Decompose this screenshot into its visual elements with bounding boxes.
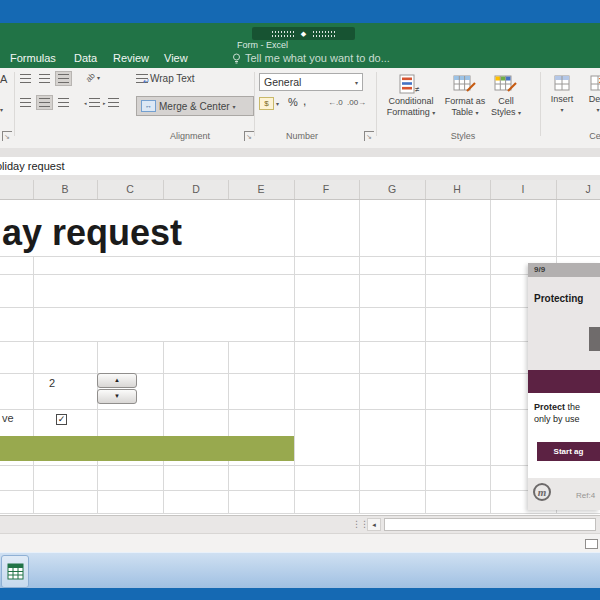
chevron-down-icon: ▾ xyxy=(233,103,236,110)
comma-style-button[interactable]: , xyxy=(303,94,306,108)
format-as-table-label2: Table xyxy=(451,107,473,117)
down-arrow-icon: ▼ xyxy=(114,393,120,399)
align-middle-icon xyxy=(39,74,50,83)
align-left-icon xyxy=(20,98,31,107)
spin-down-button[interactable]: ▼ xyxy=(97,389,137,404)
column-header-I[interactable]: I xyxy=(508,183,538,195)
group-separator xyxy=(376,72,377,136)
gridline xyxy=(0,307,600,308)
column-header-G[interactable]: G xyxy=(377,183,407,195)
delete-cells-button[interactable]: x Dele ▾ xyxy=(582,70,600,136)
number-dialog-launcher[interactable]: ↘ xyxy=(364,131,374,141)
spin-up-button[interactable]: ▲ xyxy=(97,373,137,388)
accounting-format-button[interactable]: $ ▾ xyxy=(259,97,279,110)
align-left-button[interactable] xyxy=(20,98,31,107)
decrease-decimal-button[interactable]: .00→ xyxy=(347,98,366,107)
merge-center-icon: ↔ xyxy=(141,100,156,112)
column-header-E[interactable]: E xyxy=(246,183,276,195)
qat-buttons-right-icon[interactable] xyxy=(312,30,336,38)
tell-me-box[interactable]: Tell me what you want to do... xyxy=(232,52,390,64)
status-bar xyxy=(0,533,600,552)
formula-bar-value: oliday request xyxy=(0,160,65,172)
formula-bar[interactable]: oliday request xyxy=(0,157,600,176)
chevron-down-icon: ▾ xyxy=(476,110,479,116)
align-bottom-button[interactable] xyxy=(56,72,71,85)
alignment-dialog-launcher[interactable]: ↘ xyxy=(244,131,254,141)
decrease-indent-button[interactable]: ◂ xyxy=(84,98,100,107)
tab-formulas[interactable]: Formulas xyxy=(10,52,56,64)
number-format-select[interactable]: General ▾ xyxy=(259,73,363,91)
qat-buttons-left-icon[interactable] xyxy=(271,30,295,38)
wrap-text-icon: ↵ xyxy=(136,74,148,84)
worksheet[interactable]: ay request 2 ▲ ▼ ve ✓ xyxy=(0,200,600,515)
tutorial-panel: 9/9 Protecting Protect the only by use S… xyxy=(528,263,600,510)
chevron-down-icon: ▾ xyxy=(97,74,100,81)
format-as-table-button[interactable]: Format as Table ▾ xyxy=(442,70,488,136)
conditional-formatting-icon: ≠ xyxy=(399,74,423,94)
gridline xyxy=(359,200,360,513)
gridline xyxy=(0,373,600,374)
merge-center-label: Merge & Center xyxy=(159,101,230,112)
align-center-button[interactable] xyxy=(37,96,52,109)
chevron-down-icon: ▾ xyxy=(432,110,435,116)
column-header-C[interactable]: C xyxy=(115,183,145,195)
panel-body-bold: Protect xyxy=(534,402,565,412)
panel-dark-button[interactable] xyxy=(589,327,600,351)
align-right-button[interactable] xyxy=(58,98,69,107)
ribbon-tab-strip: Formulas Data Review View Tell me what y… xyxy=(0,49,600,68)
gridline xyxy=(0,409,600,410)
tab-view[interactable]: View xyxy=(164,52,188,64)
gridline xyxy=(0,341,600,342)
percent-style-button[interactable]: % xyxy=(288,96,298,108)
start-again-button[interactable]: Start ag xyxy=(537,442,600,461)
quick-access-toolbar[interactable]: ◆ xyxy=(252,27,355,40)
conditional-formatting-button[interactable]: ≠ Conditional Formatting ▾ xyxy=(382,70,440,136)
delete-cells-icon: x xyxy=(588,74,600,92)
align-center-icon xyxy=(39,98,50,107)
up-arrow-icon: ▲ xyxy=(114,377,120,383)
align-top-button[interactable] xyxy=(20,74,31,83)
tab-data[interactable]: Data xyxy=(74,52,97,64)
column-header-H[interactable]: H xyxy=(442,183,472,195)
view-shortcut-icon[interactable] xyxy=(585,539,598,549)
cell-styles-icon xyxy=(494,74,518,94)
group-separator xyxy=(540,72,541,136)
cell-styles-button[interactable]: Cell Styles ▾ xyxy=(488,70,524,136)
gridline xyxy=(0,490,600,491)
tab-review[interactable]: Review xyxy=(113,52,149,64)
orientation-button[interactable]: ab ▾ xyxy=(86,73,100,82)
taskbar xyxy=(0,552,600,588)
insert-cells-button[interactable]: Insert ▾ xyxy=(546,70,578,136)
align-middle-button[interactable] xyxy=(39,74,50,83)
decrease-indent-icon xyxy=(89,98,100,107)
h-scrollbar-thumb[interactable] xyxy=(384,518,596,531)
form-checkbox[interactable]: ✓ xyxy=(56,414,67,425)
font-size-fragment[interactable]: A xyxy=(0,73,7,85)
increase-indent-button[interactable]: ▸ xyxy=(103,98,119,107)
font-dialog-launcher[interactable]: ↘ xyxy=(2,131,12,141)
days-spinner[interactable]: ▲ ▼ xyxy=(97,373,137,406)
increase-decimal-button[interactable]: ←.0 xyxy=(328,98,343,107)
column-header-J[interactable]: J xyxy=(573,183,600,195)
panel-divider-bar xyxy=(528,370,600,393)
font-dropdown-icon[interactable]: ▾ xyxy=(0,106,3,113)
ref-label: Ref:4 xyxy=(576,491,595,500)
sheet-scroll-left-button[interactable]: ◂ xyxy=(367,518,381,531)
excel-taskbar-button[interactable] xyxy=(1,555,29,588)
wrap-text-button[interactable]: ↵ Wrap Text xyxy=(136,73,195,84)
form-title-cell[interactable]: ay request xyxy=(2,212,182,254)
left-arrow-icon: ◂ xyxy=(372,521,376,528)
gridline xyxy=(163,341,164,513)
cell-styles-label: Cell xyxy=(488,96,524,107)
decrease-decimal-icon: .00→ xyxy=(347,98,366,107)
ribbon-bottom-strip xyxy=(0,148,600,157)
scrollbar-grip-icon[interactable]: ⋮⋮ xyxy=(352,519,368,529)
column-header-F[interactable]: F xyxy=(311,183,341,195)
desktop: ◆ Form - Excel Formulas Data Review View… xyxy=(0,0,600,600)
tell-me-label: Tell me what you want to do... xyxy=(245,52,390,64)
diamond-icon: ◆ xyxy=(301,30,306,37)
column-header-D[interactable]: D xyxy=(181,183,211,195)
merge-center-button[interactable]: ↔ Merge & Center ▾ xyxy=(136,96,254,116)
days-value-cell[interactable]: 2 xyxy=(44,377,60,389)
column-header-B[interactable]: B xyxy=(50,183,80,195)
